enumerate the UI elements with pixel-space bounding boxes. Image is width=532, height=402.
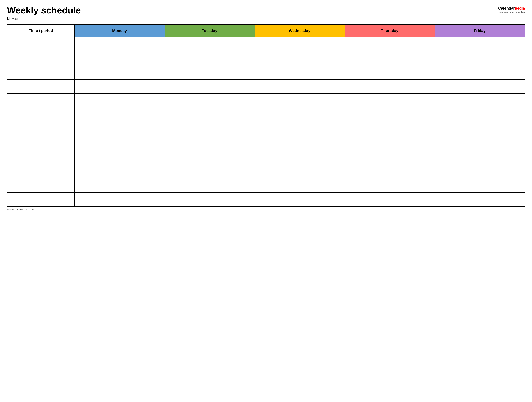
schedule-cell[interactable] bbox=[345, 65, 435, 79]
schedule-cell[interactable] bbox=[75, 51, 165, 65]
schedule-table: Time / period Monday Tuesday Wednesday T… bbox=[7, 24, 525, 207]
schedule-cell[interactable] bbox=[435, 136, 525, 150]
table-row bbox=[7, 150, 525, 164]
schedule-cell[interactable] bbox=[435, 65, 525, 79]
header-time: Time / period bbox=[7, 25, 75, 37]
schedule-cell[interactable] bbox=[254, 93, 345, 108]
schedule-cell[interactable] bbox=[254, 150, 345, 164]
time-cell[interactable] bbox=[7, 136, 75, 150]
table-row bbox=[7, 93, 525, 108]
schedule-cell[interactable] bbox=[254, 164, 345, 178]
schedule-cell[interactable] bbox=[165, 150, 254, 164]
schedule-cell[interactable] bbox=[345, 122, 435, 136]
schedule-cell[interactable] bbox=[345, 51, 435, 65]
schedule-cell[interactable] bbox=[75, 164, 165, 178]
schedule-cell[interactable] bbox=[254, 192, 345, 207]
logo-calendar: Calendar bbox=[498, 6, 515, 10]
time-cell[interactable] bbox=[7, 79, 75, 93]
header-monday: Monday bbox=[75, 25, 165, 37]
schedule-cell[interactable] bbox=[435, 164, 525, 178]
schedule-cell[interactable] bbox=[75, 93, 165, 108]
schedule-cell[interactable] bbox=[435, 122, 525, 136]
schedule-cell[interactable] bbox=[435, 178, 525, 192]
table-row bbox=[7, 192, 525, 207]
logo-section: Calendarpedia Your source for calendars bbox=[498, 6, 525, 14]
time-cell[interactable] bbox=[7, 178, 75, 192]
schedule-cell[interactable] bbox=[254, 51, 345, 65]
schedule-cell[interactable] bbox=[75, 150, 165, 164]
name-label: Name: bbox=[7, 17, 81, 21]
schedule-cell[interactable] bbox=[435, 79, 525, 93]
copyright-text: © www.calendarpedia.com bbox=[7, 208, 34, 211]
schedule-cell[interactable] bbox=[254, 122, 345, 136]
logo-text: Calendarpedia bbox=[498, 6, 525, 11]
schedule-cell[interactable] bbox=[165, 136, 254, 150]
schedule-cell[interactable] bbox=[165, 108, 254, 122]
schedule-cell[interactable] bbox=[435, 51, 525, 65]
schedule-cell[interactable] bbox=[435, 108, 525, 122]
schedule-cell[interactable] bbox=[165, 93, 254, 108]
schedule-cell[interactable] bbox=[254, 37, 345, 51]
schedule-cell[interactable] bbox=[165, 164, 254, 178]
header-thursday: Thursday bbox=[345, 25, 435, 37]
time-cell[interactable] bbox=[7, 93, 75, 108]
schedule-cell[interactable] bbox=[75, 192, 165, 207]
schedule-cell[interactable] bbox=[435, 37, 525, 51]
time-cell[interactable] bbox=[7, 150, 75, 164]
table-row bbox=[7, 122, 525, 136]
schedule-cell[interactable] bbox=[435, 150, 525, 164]
schedule-cell[interactable] bbox=[345, 93, 435, 108]
schedule-cell[interactable] bbox=[75, 108, 165, 122]
table-row bbox=[7, 178, 525, 192]
schedule-cell[interactable] bbox=[165, 79, 254, 93]
schedule-cell[interactable] bbox=[254, 136, 345, 150]
table-header-row: Time / period Monday Tuesday Wednesday T… bbox=[7, 25, 525, 37]
schedule-cell[interactable] bbox=[345, 136, 435, 150]
schedule-cell[interactable] bbox=[165, 51, 254, 65]
schedule-cell[interactable] bbox=[75, 122, 165, 136]
table-body bbox=[7, 37, 525, 207]
schedule-cell[interactable] bbox=[345, 178, 435, 192]
schedule-cell[interactable] bbox=[75, 178, 165, 192]
schedule-cell[interactable] bbox=[165, 65, 254, 79]
schedule-cell[interactable] bbox=[165, 192, 254, 207]
logo-pedia: pedia bbox=[515, 6, 525, 10]
time-cell[interactable] bbox=[7, 37, 75, 51]
schedule-cell[interactable] bbox=[254, 178, 345, 192]
schedule-cell[interactable] bbox=[75, 136, 165, 150]
header-friday: Friday bbox=[435, 25, 525, 37]
time-cell[interactable] bbox=[7, 122, 75, 136]
time-cell[interactable] bbox=[7, 65, 75, 79]
schedule-cell[interactable] bbox=[345, 164, 435, 178]
schedule-cell[interactable] bbox=[345, 108, 435, 122]
schedule-cell[interactable] bbox=[165, 37, 254, 51]
table-row bbox=[7, 79, 525, 93]
footer: © www.calendarpedia.com bbox=[7, 208, 525, 211]
schedule-cell[interactable] bbox=[435, 192, 525, 207]
schedule-cell[interactable] bbox=[345, 37, 435, 51]
schedule-cell[interactable] bbox=[254, 65, 345, 79]
title-section: Weekly schedule Name: bbox=[7, 5, 81, 21]
time-cell[interactable] bbox=[7, 164, 75, 178]
table-row bbox=[7, 136, 525, 150]
schedule-cell[interactable] bbox=[165, 122, 254, 136]
time-cell[interactable] bbox=[7, 108, 75, 122]
time-cell[interactable] bbox=[7, 192, 75, 207]
table-row bbox=[7, 65, 525, 79]
time-cell[interactable] bbox=[7, 51, 75, 65]
schedule-cell[interactable] bbox=[345, 150, 435, 164]
schedule-cell[interactable] bbox=[345, 192, 435, 207]
table-row bbox=[7, 164, 525, 178]
schedule-cell[interactable] bbox=[435, 93, 525, 108]
table-row bbox=[7, 51, 525, 65]
schedule-cell[interactable] bbox=[254, 108, 345, 122]
schedule-cell[interactable] bbox=[165, 178, 254, 192]
table-row bbox=[7, 37, 525, 51]
schedule-cell[interactable] bbox=[345, 79, 435, 93]
schedule-cell[interactable] bbox=[75, 79, 165, 93]
schedule-cell[interactable] bbox=[254, 79, 345, 93]
page-title: Weekly schedule bbox=[7, 5, 81, 15]
schedule-cell[interactable] bbox=[75, 65, 165, 79]
page-header: Weekly schedule Name: Calendarpedia Your… bbox=[7, 5, 525, 21]
schedule-cell[interactable] bbox=[75, 37, 165, 51]
